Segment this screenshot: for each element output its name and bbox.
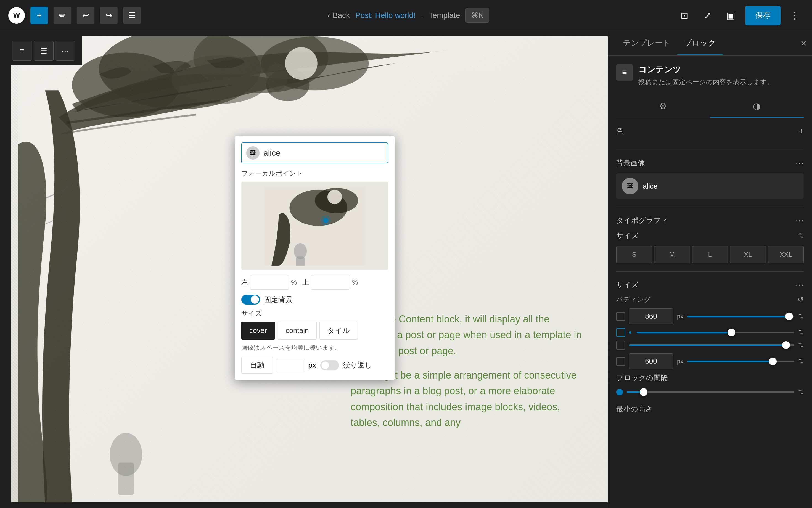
view-button[interactable]: ⊡: [676, 7, 693, 24]
block-align-left-button[interactable]: ≡: [12, 41, 32, 61]
padding-input-row-2: ⇅: [616, 328, 804, 337]
size-tile-button[interactable]: タイル: [319, 322, 358, 340]
block-spacing-settings[interactable]: ⇅: [798, 388, 804, 396]
size-section-more-button[interactable]: ⋯: [796, 280, 804, 290]
undo-button[interactable]: ↩: [77, 7, 94, 24]
padding-slider-4[interactable]: [687, 361, 794, 362]
padding-settings-2[interactable]: ⇅: [798, 329, 804, 336]
padding-checkbox-2[interactable]: [616, 328, 625, 337]
settings-icon: ⚙: [659, 101, 667, 111]
color-section-header: 色 +: [616, 126, 804, 136]
sub-tab-style[interactable]: ◑: [710, 95, 804, 118]
repeat-knob: [321, 361, 329, 369]
tab-block[interactable]: ブロック: [677, 32, 723, 55]
bg-image-preview[interactable]: 🖼 alice: [616, 173, 804, 199]
fullscreen-button[interactable]: ⤢: [699, 7, 717, 24]
back-button[interactable]: ‹ Back: [327, 11, 350, 20]
padding-checkbox-1[interactable]: [616, 312, 625, 321]
padding-settings-1[interactable]: ⇅: [798, 312, 804, 320]
fixed-background-label: 固定背景: [264, 295, 293, 304]
typography-size-row: S M L XL XXL: [616, 246, 804, 263]
main-layout: ≡ ☰ ⋯: [0, 31, 812, 508]
size-cover-button[interactable]: cover: [241, 322, 275, 340]
size-xl-button[interactable]: XL: [730, 246, 766, 263]
repeat-toggle: 繰り返し: [320, 360, 372, 370]
sub-tabs: ⚙ ◑: [616, 95, 804, 118]
bg-thumbnail: 🖼: [622, 178, 638, 195]
svg-point-14: [328, 190, 342, 204]
top-coord-group: 上 %: [302, 275, 358, 290]
tools-button[interactable]: ✏: [53, 7, 71, 24]
block-align-center-button[interactable]: ☰: [34, 41, 53, 61]
auto-button[interactable]: 自動: [241, 357, 273, 374]
tab-template[interactable]: テンプレート: [616, 32, 677, 55]
padding-checkbox-3[interactable]: [616, 341, 625, 349]
right-panel: テンプレート ブロック × ≡ コンテンツ 投稿または固定ページの内容を表示しま…: [608, 31, 812, 508]
size-s-button[interactable]: S: [616, 246, 652, 263]
left-input[interactable]: [250, 275, 289, 290]
search-avatar: 🖼: [246, 146, 260, 160]
svg-point-17: [323, 218, 329, 223]
svg-point-7: [266, 64, 288, 91]
padding-checkbox-4[interactable]: [616, 357, 625, 366]
block-spacing-section: ブロックの間隔 ⇅: [616, 373, 804, 396]
padding-input-4[interactable]: [629, 353, 673, 369]
padding-input-1[interactable]: [629, 308, 673, 324]
size-label: サイズ: [241, 309, 388, 318]
color-section: 色 +: [616, 126, 804, 150]
block-spacing-label: ブロックの間隔: [616, 373, 668, 383]
breadcrumb-post[interactable]: Post: Hello world!: [355, 11, 416, 20]
content-block-header: ≡ コンテンツ 投稿または固定ページの内容を表示します。: [616, 64, 804, 87]
typography-title: タイポグラフィ: [616, 216, 669, 225]
size-typo-header: サイズ ⇅: [616, 231, 804, 241]
more-options-button[interactable]: ⋮: [786, 7, 804, 24]
spacing-dot: [616, 389, 623, 395]
size-m-button[interactable]: M: [654, 246, 690, 263]
save-button[interactable]: 保存: [745, 6, 780, 25]
auto-px-input[interactable]: [276, 358, 304, 373]
padding-slider-2[interactable]: [637, 332, 794, 333]
svg-rect-10: [118, 462, 134, 495]
left-unit: %: [291, 279, 297, 286]
focal-coords: 左 % 上 %: [241, 275, 388, 290]
padding-link-button[interactable]: ↺: [798, 295, 804, 304]
block-more-options-button[interactable]: ⋯: [55, 41, 75, 61]
min-height-header: 最小の高さ: [616, 404, 804, 414]
padding-settings-4[interactable]: ⇅: [798, 357, 804, 365]
command-search[interactable]: ⌘K: [466, 8, 489, 23]
add-block-button[interactable]: +: [30, 7, 48, 24]
image-search-input[interactable]: [263, 148, 383, 158]
content-block-title: コンテンツ: [638, 64, 774, 75]
size-xxl-button[interactable]: XXL: [768, 246, 804, 263]
sub-tab-settings[interactable]: ⚙: [616, 95, 710, 118]
focal-point-image[interactable]: [241, 182, 388, 270]
padding-slider-3[interactable]: [629, 344, 794, 346]
settings-toggle-button[interactable]: ▣: [722, 7, 740, 24]
color-add-button[interactable]: +: [799, 126, 804, 136]
block-spacing-slider[interactable]: [627, 391, 794, 393]
size-settings-button[interactable]: ⇅: [798, 232, 804, 240]
focal-point-label: フォーカルポイント: [241, 169, 388, 178]
fixed-background-toggle[interactable]: [241, 295, 260, 304]
typography-header: タイポグラフィ ⋯: [616, 216, 804, 225]
typography-more-button[interactable]: ⋯: [796, 216, 804, 225]
wp-logo[interactable]: W: [8, 7, 25, 24]
top-input[interactable]: [311, 275, 350, 290]
redo-button[interactable]: ↪: [100, 7, 118, 24]
content-block-text: コンテンツ 投稿または固定ページの内容を表示します。: [638, 64, 774, 87]
breadcrumb-template: Template: [429, 11, 460, 20]
fixed-background-row: 固定背景: [241, 295, 388, 304]
size-contain-button[interactable]: contain: [278, 322, 317, 340]
size-l-button[interactable]: L: [692, 246, 728, 263]
breadcrumb-center: ‹ Back Post: Hello world! · Template ⌘K: [146, 8, 670, 23]
left-label: 左: [241, 278, 248, 287]
padding-slider-1[interactable]: [687, 315, 794, 317]
editor-area: ≡ ☰ ⋯: [0, 31, 608, 508]
padding-settings-3[interactable]: ⇅: [798, 341, 804, 349]
document-overview-button[interactable]: ☰: [123, 7, 141, 24]
bg-image-more-button[interactable]: ⋯: [796, 158, 804, 168]
panel-close-button[interactable]: ×: [801, 38, 807, 49]
auto-px-label: px: [308, 361, 316, 370]
repeat-switch[interactable]: [320, 360, 339, 370]
toggle-knob: [251, 295, 259, 304]
